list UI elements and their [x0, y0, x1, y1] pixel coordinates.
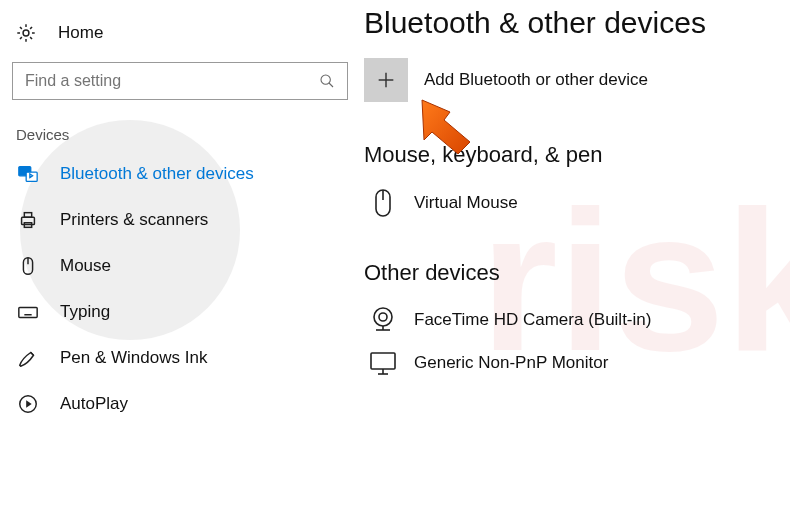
main-content: Bluetooth & other devices Add Bluetooth … [360, 0, 790, 508]
sidebar-item-label: Pen & Windows Ink [60, 348, 207, 368]
pen-icon [16, 347, 40, 369]
section-mouse-keyboard: Mouse, keyboard, & pen Virtual Mouse [364, 142, 780, 226]
section-other-devices: Other devices FaceTime HD Camera (Built-… [364, 260, 780, 384]
svg-rect-25 [371, 353, 395, 369]
bluetooth-devices-icon [16, 163, 40, 185]
autoplay-icon [16, 393, 40, 415]
svg-point-3 [321, 75, 330, 84]
device-label: FaceTime HD Camera (Built-in) [414, 310, 651, 330]
monitor-icon [368, 350, 398, 376]
add-device-label: Add Bluetooth or other device [424, 70, 648, 90]
gear-icon [14, 22, 38, 44]
sidebar-item-label: Mouse [60, 256, 111, 276]
section-title: Other devices [364, 260, 780, 286]
add-device-button[interactable]: Add Bluetooth or other device [364, 58, 780, 102]
device-row[interactable]: Virtual Mouse [364, 180, 780, 226]
search-box[interactable] [12, 62, 348, 100]
sidebar-item-pen[interactable]: Pen & Windows Ink [8, 335, 352, 381]
sidebar-item-autoplay[interactable]: AutoPlay [8, 381, 352, 427]
sidebar-item-label: Bluetooth & other devices [60, 164, 254, 184]
sidebar-item-typing[interactable]: Typing [8, 289, 352, 335]
device-label: Generic Non-PnP Monitor [414, 353, 608, 373]
sidebar-item-label: Printers & scanners [60, 210, 208, 230]
svg-line-4 [329, 83, 333, 87]
plus-icon [364, 58, 408, 102]
svg-rect-12 [19, 307, 37, 317]
svg-point-23 [374, 308, 392, 326]
mouse-icon [16, 255, 40, 277]
page-title: Bluetooth & other devices [364, 6, 780, 40]
home-label: Home [58, 23, 103, 43]
sidebar-item-bluetooth[interactable]: Bluetooth & other devices [8, 151, 352, 197]
home-button[interactable]: Home [8, 18, 352, 54]
category-label: Devices [8, 120, 352, 151]
device-label: Virtual Mouse [414, 193, 518, 213]
search-input[interactable] [25, 72, 319, 90]
sidebar-item-printers[interactable]: Printers & scanners [8, 197, 352, 243]
svg-point-24 [379, 313, 387, 321]
sidebar-item-label: AutoPlay [60, 394, 128, 414]
keyboard-icon [16, 301, 40, 323]
svg-point-2 [23, 30, 29, 36]
mouse-icon [368, 188, 398, 218]
device-row[interactable]: FaceTime HD Camera (Built-in) [364, 298, 780, 342]
sidebar: Home Devices Bluetooth & other devices [0, 0, 360, 508]
camera-icon [368, 306, 398, 334]
section-title: Mouse, keyboard, & pen [364, 142, 780, 168]
device-row[interactable]: Generic Non-PnP Monitor [364, 342, 780, 384]
sidebar-item-mouse[interactable]: Mouse [8, 243, 352, 289]
sidebar-item-label: Typing [60, 302, 110, 322]
printer-icon [16, 209, 40, 231]
search-icon [319, 73, 335, 89]
svg-rect-8 [24, 213, 31, 218]
